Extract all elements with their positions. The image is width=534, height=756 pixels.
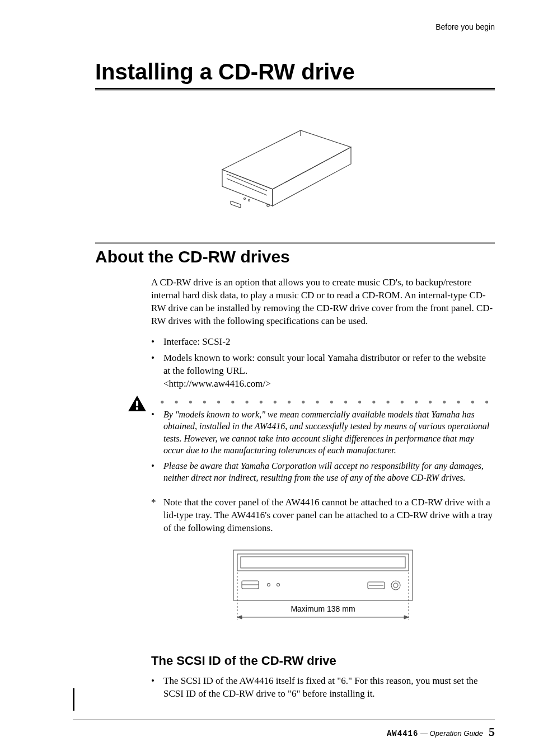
- footer-guide: Operation Guide: [430, 729, 483, 738]
- title-rule-thin: [95, 91, 495, 91]
- section-rule: [95, 242, 495, 244]
- spec-item-text: Interface: SCSI-2: [163, 336, 230, 347]
- warning-item: Please be aware that Yamaha Corporation …: [151, 460, 495, 484]
- svg-marker-2: [273, 147, 351, 206]
- spec-item-url: <http://www.aw4416.com/>: [163, 378, 271, 389]
- page-left-rule: [73, 688, 74, 711]
- intro-paragraph: A CD-RW drive is an option that allows y…: [151, 276, 495, 328]
- cdrw-drive-illustration: [200, 114, 368, 214]
- svg-point-23: [391, 581, 400, 590]
- warning-text: By "models known to work," we mean comme…: [163, 410, 489, 456]
- svg-rect-16: [241, 557, 405, 568]
- spec-item-models: Models known to work: consult your local…: [151, 352, 495, 391]
- scsi-text: The SCSI ID of the AW4416 itself is fixe…: [163, 675, 478, 699]
- star-note: Note that the cover panel of the AW4416 …: [151, 496, 495, 535]
- svg-rect-12: [136, 401, 138, 406]
- svg-rect-14: [233, 550, 413, 600]
- scsi-list: The SCSI ID of the AW4416 itself is fixe…: [151, 675, 495, 701]
- page-footer: AW4416 — Operation Guide5: [73, 720, 495, 739]
- svg-rect-5: [231, 201, 241, 208]
- svg-point-6: [244, 198, 246, 200]
- svg-point-7: [249, 200, 250, 201]
- tray-dimension-figure: Maximum 138 mm: [231, 547, 415, 626]
- page-title: Installing a CD-RW drive: [95, 59, 495, 84]
- warning-text: Please be aware that Yamaha Corporation …: [163, 461, 484, 483]
- running-header: Before you begin: [73, 22, 495, 31]
- footer-page-number: 5: [489, 725, 495, 739]
- spec-list: Interface: SCSI-2 Models known to work: …: [151, 336, 495, 391]
- title-rule-thick: [95, 88, 495, 90]
- subsection-title-scsi: The SCSI ID of the CD-RW drive: [151, 654, 495, 668]
- footer-separator: —: [418, 729, 429, 738]
- spec-item-interface: Interface: SCSI-2: [151, 336, 495, 349]
- svg-line-3: [227, 174, 267, 191]
- spec-item-text: Models known to work: consult your local…: [163, 353, 486, 376]
- svg-point-20: [277, 583, 280, 586]
- svg-marker-28: [237, 616, 242, 619]
- warning-icon: [128, 395, 147, 412]
- svg-rect-13: [136, 407, 138, 410]
- warning-item: By "models known to work," we mean comme…: [151, 408, 495, 457]
- warning-list: By "models known to work," we mean comme…: [163, 408, 495, 485]
- svg-marker-29: [404, 616, 409, 619]
- footer-model: AW4416: [387, 729, 418, 738]
- svg-line-4: [227, 179, 267, 195]
- svg-point-24: [394, 583, 398, 588]
- scsi-item: The SCSI ID of the AW4416 itself is fixe…: [151, 675, 495, 701]
- warning-block: • • • • • • • • • • • • • • • • • • • • …: [151, 400, 495, 485]
- tray-caption: Maximum 138 mm: [291, 604, 355, 613]
- svg-point-19: [268, 583, 270, 586]
- section-title-about: About the CD-RW drives: [95, 247, 495, 266]
- dotted-rule: • • • • • • • • • • • • • • • • • • • • …: [160, 400, 495, 405]
